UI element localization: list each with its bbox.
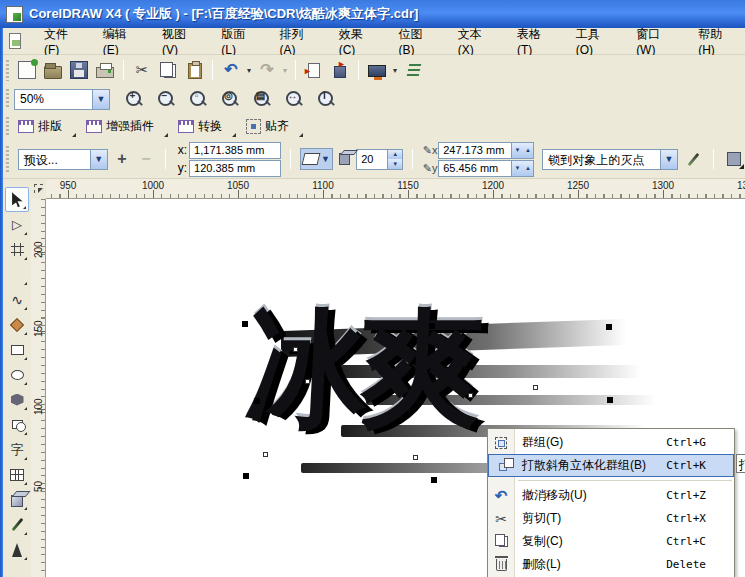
toolbar-grip[interactable] [6,89,9,109]
vanishing-point-mode-combobox[interactable]: 锁到对象上的灭点 ▼ [542,149,678,170]
context-menu-item[interactable]: 群组(G) Ctrl+G [488,431,734,454]
property-bar: 预设... ▼ + − x: 1,171.385 mm y: 120.385 m… [3,140,745,179]
redo-icon [258,61,276,79]
depth-field[interactable]: 20 [356,149,388,170]
redo-dropdown-caret: ▾ [280,66,290,75]
object-marker[interactable] [263,452,268,457]
flyout-arrow-icon [24,482,27,485]
ruler-origin-corner[interactable] [31,179,46,199]
zoom-out-icon: − [156,89,176,109]
toolbar-separator [295,60,296,80]
toolbar-grip[interactable] [6,146,9,173]
layout-toolbar-icon [18,120,34,133]
print-icon [96,67,114,78]
flyout-arrow-icon[interactable] [164,133,168,137]
x-position-field[interactable]: 1,171.385 mm [189,142,281,159]
copy-extrude-properties-button[interactable] [682,148,704,170]
preset-value: 预设... [19,150,90,169]
horizontal-ruler[interactable]: 95010001050110011501200125013001350 [46,179,745,199]
toolbar-button[interactable]: 转换 [174,116,228,137]
selection-handle[interactable] [606,324,612,330]
context-menu-item[interactable]: 打散斜角立体化群组(B) Ctrl+K [488,454,734,477]
extrude-rotation-button[interactable] [723,148,745,170]
flyout-arrow-icon [24,282,27,285]
vp-y-field[interactable]: 65.456 mm [438,160,512,177]
app-icon [6,6,23,23]
coreldraw-window: CorelDRAW X4 ( 专业版 ) - [F:\百度经验\CDR\炫酷冰爽… [0,0,745,577]
context-menu-item[interactable]: 复制(C) Ctrl+C [488,530,734,553]
y-position-field[interactable]: 120.385 mm [189,160,281,177]
object-marker[interactable] [305,379,310,384]
toolbar-grip[interactable] [6,60,9,81]
zoom-all-objects-icon: ◎ [220,89,240,109]
chevron-down-icon[interactable]: ▼ [660,150,677,169]
depth-spinner[interactable]: ▲▼ [388,149,403,170]
selection-handle[interactable] [607,397,613,403]
convert-toolbar-icon [178,120,194,133]
selection-handle[interactable] [431,477,437,483]
toolbar-button[interactable]: 排版 [14,116,68,137]
vertical-ruler[interactable]: 20015010050 [31,199,46,577]
pick-tool [12,192,23,207]
drawing-canvas[interactable]: 冰爽 冰爽 冰爽 群组(G) Ctrl+G [46,199,745,577]
ellipse-tool [11,370,24,380]
open-folder-icon [44,66,62,79]
flyout-arrow-icon [24,232,27,235]
context-menu: 群组(G) Ctrl+G 打散斜角立体化群组(B) Ctrl+K 撤消移动(U)… [487,428,735,577]
ruler-label: 50 [33,479,44,494]
preset-combobox[interactable]: 预设... ▼ [18,149,108,170]
document-icon[interactable] [9,33,21,49]
vp-x-field[interactable]: 247.173 mm [438,142,512,159]
import-icon [308,63,320,78]
flyout-arrow-icon[interactable] [72,133,76,137]
flyout-arrow-icon [23,206,26,209]
extrude-tool [11,495,23,507]
add-preset-button[interactable]: + [112,150,132,168]
context-menu-item[interactable]: 撤消移动(U) Ctrl+Z [488,484,734,507]
selection-handle[interactable] [242,321,248,327]
flyout-arrow-icon [24,382,27,385]
zoom-level-value: 50% [15,90,92,109]
object-marker[interactable] [533,385,538,390]
zoom-toolbar: 50% ▼ + − ▫ ◎ [3,85,745,113]
zoom-in-icon: + [124,89,144,109]
zoom-selected-icon: ▫ [188,89,208,109]
flyout-arrow-icon[interactable] [232,133,236,137]
context-menu-item[interactable]: 删除(L) Delete [488,553,734,576]
flyout-arrow-icon [24,357,27,360]
toolbar-separator [212,60,213,80]
ruler-label: 100 [33,400,44,415]
undo-icon2 [495,487,508,505]
delete-icon [496,559,507,571]
chevron-down-icon[interactable]: ▼ [90,150,107,169]
undo-dropdown-caret[interactable]: ▾ [244,66,254,75]
basic-shapes-tool [12,420,23,429]
app-launcher-icon [368,65,386,77]
context-menu-item[interactable]: 剪切(T) Ctrl+X [488,507,734,530]
launcher-dropdown-caret[interactable]: ▾ [390,66,400,75]
vp-x-icon: ✎x [422,144,438,157]
freehand-tool [11,292,23,308]
custom-toolbars: 排版 增强插件 转换 贴齐 [3,113,745,140]
selection-handle[interactable] [254,398,260,404]
object-marker[interactable] [413,455,418,460]
flyout-arrow-icon[interactable] [299,133,303,137]
flyout-arrow-icon [24,432,27,435]
extrusion-type-dropdown[interactable]: ▼ [300,148,333,170]
zoom-level-combobox[interactable]: 50% ▼ [14,89,110,110]
toolbar-button[interactable]: 增强插件 [82,116,160,137]
options-list-icon [402,61,424,79]
copy-icon2 [499,536,508,547]
vp-y-spinner[interactable]: ▼▲ [512,160,534,177]
chevron-down-icon[interactable]: ▼ [92,90,109,109]
selection-handle[interactable] [429,323,435,329]
zoom-page-icon: ▤ [252,89,272,109]
toolbar-button[interactable]: 贴齐 [242,116,295,137]
object-marker[interactable] [293,347,298,352]
object-marker[interactable] [468,393,473,398]
selection-handle[interactable] [243,473,249,479]
toolbar-separator [358,60,359,80]
table-tool [10,469,24,481]
toolbar-grip[interactable] [6,117,9,136]
vp-x-spinner[interactable]: ▼▲ [512,142,534,159]
